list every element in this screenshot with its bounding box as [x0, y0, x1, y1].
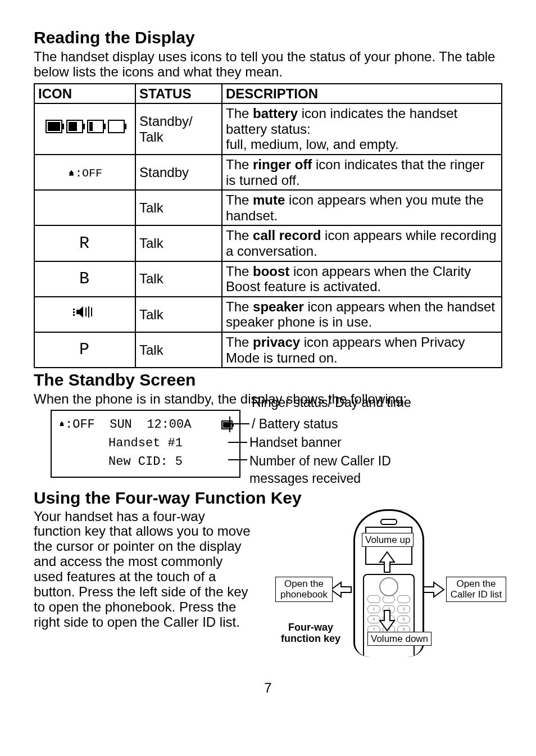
status-cell: Standby — [135, 155, 222, 190]
th-icon: ICON — [34, 84, 135, 104]
arrow-up-icon — [379, 551, 396, 573]
status-cell: Talk — [135, 332, 222, 368]
status-cell: Talk — [135, 297, 222, 332]
fourway-caption: Four-way function key — [280, 622, 342, 645]
table-row: TalkThe mute icon appears when you mute … — [34, 190, 502, 225]
description-cell: The call record icon appears while recor… — [222, 225, 502, 261]
standby-diagram: :OFF SUN 12:00A Handset #1 New CID: 5 Ri… — [51, 410, 502, 487]
status-cell: Standby/Talk — [135, 103, 222, 155]
letter-icon: R — [79, 234, 90, 253]
svg-rect-5 — [91, 307, 92, 316]
lcd-screen: :OFF SUN 12:00A Handset #1 New CID: 5 — [51, 410, 240, 478]
label-open-cid: Open the Caller ID list — [446, 577, 506, 602]
status-cell: Talk — [135, 261, 222, 297]
th-status: STATUS — [135, 84, 222, 104]
icon-cell — [34, 190, 135, 225]
heading-fourway: Using the Four-way Function Key — [34, 488, 502, 508]
fourway-figure: 123 456 789 Volume up Volume down Open t… — [266, 509, 502, 667]
description-cell: The mute icon appears when you mute the … — [222, 190, 502, 225]
table-row: :OFFStandbyThe ringer off icon indicates… — [34, 155, 502, 190]
fourway-body: Your handset has a four-way function key… — [34, 509, 255, 630]
table-row: BTalkThe boost icon appears when the Cla… — [34, 261, 502, 297]
lcd-line2: Handset #1 — [58, 434, 233, 452]
speaker-icon — [72, 304, 98, 320]
description-cell: The ringer off icon indicates that the r… — [222, 155, 502, 190]
table-row: TalkThe speaker icon appears when the ha… — [34, 297, 502, 332]
label-open-phonebook: Open the phonebook — [275, 577, 333, 602]
callout-handset-banner: Handset banner — [249, 434, 411, 451]
callout-new-cid: Number of new Caller IDmessages received — [249, 452, 411, 487]
bell-icon — [58, 421, 65, 428]
table-row: RTalkThe call record icon appears while … — [34, 225, 502, 261]
description-cell: The boost icon appears when the Clarity … — [222, 261, 502, 297]
status-cell: Talk — [135, 190, 222, 225]
svg-rect-4 — [88, 306, 89, 318]
letter-icon: P — [79, 340, 90, 359]
lcd-line1-time: 12:00A — [147, 418, 191, 432]
th-description: DESCRIPTION — [222, 84, 502, 104]
description-cell: The speaker icon appears when the handse… — [222, 297, 502, 332]
icon-cell: B — [34, 261, 135, 297]
letter-icon: B — [79, 269, 90, 288]
page-number: 7 — [34, 680, 502, 696]
heading-reading-display: Reading the Display — [34, 28, 502, 48]
svg-rect-2 — [73, 314, 75, 316]
icon-table: ICON STATUS DESCRIPTION Standby/TalkThe … — [34, 83, 502, 369]
lcd-line3: New CID: 5 — [58, 452, 233, 471]
battery-icon — [221, 420, 233, 429]
description-cell: The privacy icon appears when Privacy Mo… — [222, 332, 502, 368]
svg-rect-0 — [73, 309, 75, 310]
label-volume-down: Volume down — [367, 632, 431, 646]
icon-cell — [34, 297, 135, 332]
description-cell: The battery icon indicates the handset b… — [222, 103, 502, 155]
status-cell: Talk — [135, 225, 222, 261]
svg-rect-1 — [73, 311, 75, 313]
arrow-right-icon — [423, 581, 445, 598]
lcd-line1-prefix: :OFF — [65, 418, 95, 432]
label-volume-up: Volume up — [362, 533, 414, 547]
heading-standby-screen: The Standby Screen — [34, 370, 502, 390]
battery-levels-icon — [46, 120, 125, 133]
table-row: PTalkThe privacy icon appears when Priva… — [34, 332, 502, 368]
arrow-down-icon — [379, 609, 396, 632]
callout-ringer-battery: Ringer status/ Day and time/ Battery sta… — [252, 394, 411, 433]
standby-callouts: Ringer status/ Day and time/ Battery sta… — [249, 394, 411, 487]
lcd-line1-day: SUN — [110, 418, 132, 432]
arrow-left-icon — [330, 581, 352, 598]
icon-cell: P — [34, 332, 135, 368]
icon-cell — [34, 103, 135, 155]
icon-cell: R — [34, 225, 135, 261]
ringer-off-icon: :OFF — [67, 167, 102, 180]
intro-reading-display: The handset display uses icons to tell y… — [34, 49, 502, 80]
icon-cell: :OFF — [34, 155, 135, 190]
table-row: Standby/TalkThe battery icon indicates t… — [34, 103, 502, 155]
svg-rect-3 — [85, 307, 87, 316]
